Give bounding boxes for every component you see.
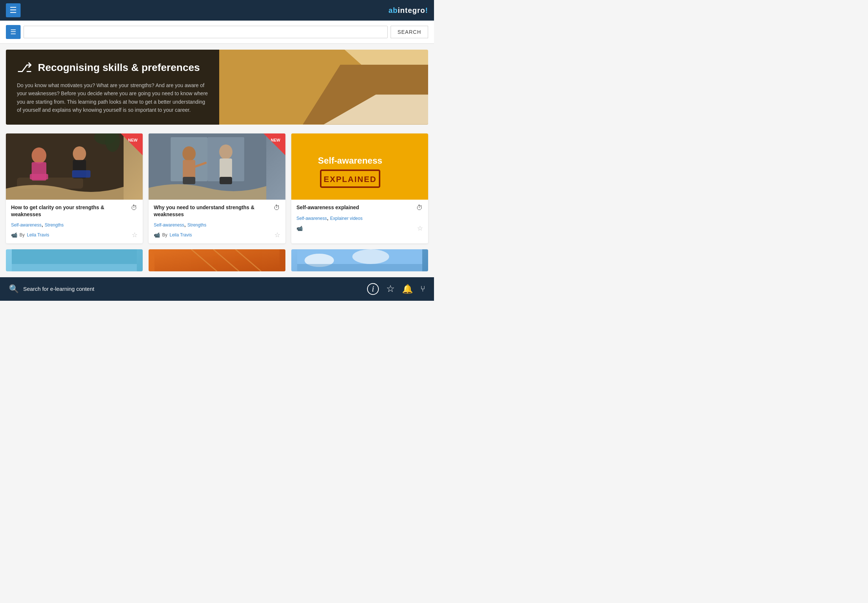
card-3-illustration: Self-awareness EXPLAINED — [291, 133, 409, 199]
svg-text:Self-awareness: Self-awareness — [318, 156, 382, 165]
card-1-title: How to get clarity on your strengths & w… — [11, 204, 131, 218]
card-2[interactable]: NEW Why you need to understand strengths… — [149, 133, 285, 243]
partial-card-1-thumb — [6, 249, 143, 271]
card-2-title: Why you need to understand strengths & w… — [154, 204, 274, 218]
card-3-title: Self-awareness explained — [296, 204, 416, 212]
svg-rect-18 — [220, 177, 232, 184]
hero-title: Recognising skills & preferences — [38, 62, 200, 74]
card-1-author: 📹 By Leila Travis — [11, 232, 49, 238]
card-2-star[interactable]: ☆ — [274, 231, 280, 239]
card-1-title-row: How to get clarity on your strengths & w… — [11, 204, 138, 218]
search-row-menu-button[interactable]: ☰ — [6, 25, 21, 39]
card-3-footer: 📹 ☆ — [296, 224, 423, 232]
svg-rect-9 — [72, 170, 90, 178]
logo-exclaim: ! — [425, 6, 428, 14]
svg-text:EXPLAINED: EXPLAINED — [324, 175, 377, 184]
hero-banner: ⎇ Recognising skills & preferences Do yo… — [6, 49, 428, 125]
card-2-illustration — [149, 133, 266, 199]
bottom-search-area[interactable]: 🔍 Search for e-learning content — [9, 284, 94, 294]
bottom-info-icon[interactable]: i — [367, 283, 379, 295]
search-row: ☰ SEARCH — [0, 20, 434, 44]
bottom-search-label: Search for e-learning content — [23, 286, 94, 292]
partial-card-3-thumb — [291, 249, 428, 271]
search-button[interactable]: SEARCH — [391, 26, 428, 38]
search-input[interactable] — [23, 26, 388, 38]
bottom-bell-icon[interactable]: 🔔 — [402, 284, 413, 294]
bottom-search-icon: 🔍 — [9, 284, 19, 294]
card-1-footer: 📹 By Leila Travis ☆ — [11, 231, 138, 239]
hero-description: Do you know what motivates you? What are… — [17, 81, 208, 114]
card-2-by-label: By — [162, 232, 167, 238]
card-2-new-badge: NEW — [263, 133, 285, 156]
card-3-tags: Self-awareness, Explainer videos — [296, 215, 423, 221]
svg-point-16 — [219, 144, 232, 159]
bottom-icons: i ☆ 🔔 ⑂ — [367, 283, 425, 295]
bottom-share-icon[interactable]: ⑂ — [420, 284, 425, 294]
card-2-thumbnail: NEW — [149, 133, 285, 199]
card-3[interactable]: Self-awareness EXPLAINED Self-awareness … — [291, 133, 428, 243]
app-logo: abintegro! — [388, 6, 428, 15]
card-3-video-icon: 📹 — [296, 226, 303, 231]
svg-rect-33 — [297, 264, 422, 271]
svg-rect-17 — [220, 158, 232, 180]
card-2-tag-1[interactable]: Self-awareness — [154, 223, 184, 227]
top-hamburger-button[interactable]: ☰ — [6, 3, 21, 17]
card-2-timer-icon: ⏱ — [274, 204, 280, 212]
bottom-partial-row — [0, 249, 434, 277]
card-1-thumbnail: NEW — [6, 133, 143, 199]
card-3-author: 📹 — [296, 226, 303, 231]
card-2-title-row: Why you need to understand strengths & w… — [154, 204, 280, 218]
hero-title-row: ⎇ Recognising skills & preferences — [17, 60, 208, 76]
partial-card-1[interactable] — [6, 249, 143, 271]
card-3-tag-1[interactable]: Self-awareness — [296, 216, 327, 221]
card-3-title-row: Self-awareness explained ⏱ — [296, 204, 423, 212]
partial-card-3[interactable] — [291, 249, 428, 271]
card-2-footer: 📹 By Leila Travis ☆ — [154, 231, 280, 239]
card-2-author-link[interactable]: Leila Travis — [170, 232, 192, 238]
svg-rect-20 — [291, 133, 409, 199]
card-1-tag-1[interactable]: Self-awareness — [11, 223, 42, 227]
hero-dark-box: ⎇ Recognising skills & preferences Do yo… — [6, 49, 219, 125]
bottom-star-icon[interactable]: ☆ — [386, 283, 395, 295]
card-1-video-icon: 📹 — [11, 232, 17, 238]
svg-rect-15 — [183, 177, 195, 184]
card-3-star[interactable]: ☆ — [417, 224, 423, 232]
card-2-tags: Self-awareness, Strengths — [154, 221, 280, 228]
svg-point-4 — [32, 147, 46, 164]
card-3-tag-2[interactable]: Explainer videos — [330, 216, 363, 221]
svg-rect-6 — [30, 174, 48, 179]
card-1-timer-icon: ⏱ — [131, 204, 138, 212]
card-2-author: 📹 By Leila Travis — [154, 232, 192, 238]
card-2-video-icon: 📹 — [154, 232, 160, 238]
card-1-tag-2[interactable]: Strengths — [45, 223, 63, 227]
partial-card-2-thumb — [149, 249, 285, 271]
top-navigation: ☰ abintegro! — [0, 0, 434, 20]
content-grid: NEW How to get clarity on your strengths… — [0, 130, 434, 249]
logo-integro: integro — [398, 6, 425, 14]
svg-point-13 — [183, 146, 196, 161]
svg-rect-25 — [12, 264, 137, 271]
bottom-bar: 🔍 Search for e-learning content i ☆ 🔔 ⑂ — [0, 277, 434, 301]
svg-point-7 — [73, 146, 86, 161]
card-1-author-link[interactable]: Leila Travis — [27, 232, 49, 238]
card-1[interactable]: NEW How to get clarity on your strengths… — [6, 133, 143, 243]
card-2-tag-2[interactable]: Strengths — [187, 223, 206, 227]
card-1-by-label: By — [20, 232, 25, 238]
card-1-new-badge: NEW — [121, 133, 143, 156]
hero-icon: ⎇ — [17, 60, 32, 76]
card-2-body: Why you need to understand strengths & w… — [149, 199, 285, 243]
hero-decoration — [219, 49, 428, 125]
card-3-body: Self-awareness explained ⏱ Self-awarenes… — [291, 199, 428, 237]
card-3-thumbnail: Self-awareness EXPLAINED — [291, 133, 428, 199]
card-1-illustration — [6, 133, 124, 199]
partial-card-2[interactable] — [149, 249, 285, 271]
card-1-body: How to get clarity on your strengths & w… — [6, 199, 143, 243]
card-1-tags: Self-awareness, Strengths — [11, 221, 138, 228]
card-1-star[interactable]: ☆ — [132, 231, 138, 239]
card-3-timer-icon: ⏱ — [416, 204, 423, 212]
svg-point-32 — [352, 249, 389, 264]
logo-ab: ab — [388, 6, 398, 14]
